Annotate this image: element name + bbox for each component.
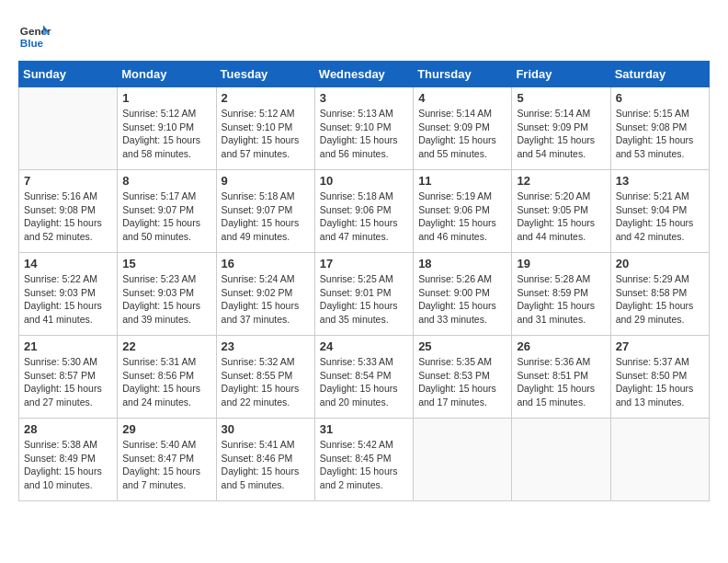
day-info: Sunrise: 5:25 AM Sunset: 9:01 PM Dayligh… — [320, 272, 408, 327]
day-info: Sunrise: 5:21 AM Sunset: 9:04 PM Dayligh… — [616, 190, 704, 244]
day-number: 14 — [24, 257, 112, 270]
calendar-cell: 10Sunrise: 5:18 AM Sunset: 9:06 PM Dayli… — [314, 170, 413, 253]
day-info: Sunrise: 5:18 AM Sunset: 9:07 PM Dayligh… — [222, 190, 310, 244]
day-info: Sunrise: 5:12 AM Sunset: 9:10 PM Dayligh… — [122, 107, 210, 161]
day-number: 23 — [222, 339, 310, 353]
calendar-cell: 6Sunrise: 5:15 AM Sunset: 9:08 PM Daylig… — [610, 87, 709, 170]
day-number: 8 — [122, 174, 210, 188]
day-number: 26 — [517, 339, 605, 353]
calendar-header-row: SundayMondayTuesdayWednesdayThursdayFrid… — [19, 62, 710, 87]
day-info: Sunrise: 5:29 AM Sunset: 8:58 PM Dayligh… — [616, 272, 704, 327]
day-info: Sunrise: 5:40 AM Sunset: 8:47 PM Dayligh… — [122, 438, 210, 492]
calendar-cell: 9Sunrise: 5:18 AM Sunset: 9:07 PM Daylig… — [216, 170, 314, 253]
calendar-cell: 30Sunrise: 5:41 AM Sunset: 8:46 PM Dayli… — [216, 419, 314, 501]
day-info: Sunrise: 5:42 AM Sunset: 8:45 PM Dayligh… — [320, 438, 408, 492]
calendar-cell: 14Sunrise: 5:22 AM Sunset: 9:03 PM Dayli… — [19, 253, 118, 336]
calendar-cell: 29Sunrise: 5:40 AM Sunset: 8:47 PM Dayli… — [118, 419, 216, 501]
day-info: Sunrise: 5:32 AM Sunset: 8:55 PM Dayligh… — [222, 355, 310, 409]
day-info: Sunrise: 5:13 AM Sunset: 9:10 PM Dayligh… — [320, 107, 408, 161]
day-number: 1 — [122, 91, 210, 105]
day-number: 7 — [24, 174, 112, 188]
day-number: 4 — [418, 91, 506, 105]
header-saturday: Saturday — [610, 62, 709, 87]
day-number: 12 — [517, 174, 605, 188]
calendar-cell: 12Sunrise: 5:20 AM Sunset: 9:05 PM Dayli… — [512, 170, 610, 253]
calendar-cell: 8Sunrise: 5:17 AM Sunset: 9:07 PM Daylig… — [118, 170, 216, 253]
calendar-cell: 21Sunrise: 5:30 AM Sunset: 8:57 PM Dayli… — [19, 336, 118, 419]
day-info: Sunrise: 5:20 AM Sunset: 9:05 PM Dayligh… — [517, 190, 605, 244]
day-info: Sunrise: 5:33 AM Sunset: 8:54 PM Dayligh… — [320, 355, 408, 409]
calendar-cell: 18Sunrise: 5:26 AM Sunset: 9:00 PM Dayli… — [414, 253, 512, 336]
day-number: 10 — [320, 174, 408, 188]
calendar-cell: 11Sunrise: 5:19 AM Sunset: 9:06 PM Dayli… — [414, 170, 512, 253]
day-info: Sunrise: 5:38 AM Sunset: 8:49 PM Dayligh… — [24, 438, 112, 492]
calendar-cell: 15Sunrise: 5:23 AM Sunset: 9:03 PM Dayli… — [118, 253, 216, 336]
day-number: 5 — [517, 91, 605, 105]
header-monday: Monday — [118, 62, 216, 87]
calendar-cell: 1Sunrise: 5:12 AM Sunset: 9:10 PM Daylig… — [118, 87, 216, 170]
day-info: Sunrise: 5:16 AM Sunset: 9:08 PM Dayligh… — [24, 190, 112, 244]
week-row-3: 14Sunrise: 5:22 AM Sunset: 9:03 PM Dayli… — [19, 253, 710, 336]
day-number: 16 — [222, 257, 310, 270]
calendar-cell: 31Sunrise: 5:42 AM Sunset: 8:45 PM Dayli… — [314, 419, 413, 501]
page-header: General Blue — [18, 18, 710, 52]
day-number: 24 — [320, 339, 408, 353]
day-number: 21 — [24, 339, 112, 353]
calendar-cell: 3Sunrise: 5:13 AM Sunset: 9:10 PM Daylig… — [314, 87, 413, 170]
header-friday: Friday — [512, 62, 610, 87]
calendar-cell: 19Sunrise: 5:28 AM Sunset: 8:59 PM Dayli… — [512, 253, 610, 336]
header-sunday: Sunday — [19, 62, 118, 87]
day-number: 18 — [418, 257, 506, 270]
day-info: Sunrise: 5:14 AM Sunset: 9:09 PM Dayligh… — [517, 107, 605, 161]
header-thursday: Thursday — [414, 62, 512, 87]
day-info: Sunrise: 5:35 AM Sunset: 8:53 PM Dayligh… — [418, 355, 506, 409]
calendar-cell: 2Sunrise: 5:12 AM Sunset: 9:10 PM Daylig… — [216, 87, 314, 170]
svg-text:Blue: Blue — [20, 37, 44, 49]
header-tuesday: Tuesday — [216, 62, 314, 87]
day-number: 3 — [320, 91, 408, 105]
day-number: 25 — [418, 339, 506, 353]
calendar-cell: 5Sunrise: 5:14 AM Sunset: 9:09 PM Daylig… — [512, 87, 610, 170]
day-info: Sunrise: 5:17 AM Sunset: 9:07 PM Dayligh… — [122, 190, 210, 244]
day-number: 19 — [517, 257, 605, 270]
calendar-cell: 13Sunrise: 5:21 AM Sunset: 9:04 PM Dayli… — [610, 170, 709, 253]
logo: General Blue — [18, 18, 57, 52]
day-number: 17 — [320, 257, 408, 270]
calendar-cell: 26Sunrise: 5:36 AM Sunset: 8:51 PM Dayli… — [512, 336, 610, 419]
calendar-cell: 17Sunrise: 5:25 AM Sunset: 9:01 PM Dayli… — [314, 253, 413, 336]
week-row-1: 1Sunrise: 5:12 AM Sunset: 9:10 PM Daylig… — [19, 87, 710, 170]
calendar-table: SundayMondayTuesdayWednesdayThursdayFrid… — [18, 61, 710, 501]
day-info: Sunrise: 5:37 AM Sunset: 8:50 PM Dayligh… — [616, 355, 704, 409]
day-number: 6 — [616, 91, 704, 105]
day-info: Sunrise: 5:28 AM Sunset: 8:59 PM Dayligh… — [517, 272, 605, 327]
week-row-4: 21Sunrise: 5:30 AM Sunset: 8:57 PM Dayli… — [19, 336, 710, 419]
calendar-cell: 4Sunrise: 5:14 AM Sunset: 9:09 PM Daylig… — [414, 87, 512, 170]
calendar-cell: 28Sunrise: 5:38 AM Sunset: 8:49 PM Dayli… — [19, 419, 118, 501]
calendar-cell — [414, 419, 512, 501]
day-info: Sunrise: 5:26 AM Sunset: 9:00 PM Dayligh… — [418, 272, 506, 327]
day-number: 28 — [24, 422, 112, 436]
day-info: Sunrise: 5:14 AM Sunset: 9:09 PM Dayligh… — [418, 107, 506, 161]
calendar-cell: 27Sunrise: 5:37 AM Sunset: 8:50 PM Dayli… — [610, 336, 709, 419]
day-info: Sunrise: 5:15 AM Sunset: 9:08 PM Dayligh… — [616, 107, 704, 161]
day-info: Sunrise: 5:36 AM Sunset: 8:51 PM Dayligh… — [517, 355, 605, 409]
day-info: Sunrise: 5:31 AM Sunset: 8:56 PM Dayligh… — [122, 355, 210, 409]
calendar-cell — [610, 419, 709, 501]
day-number: 29 — [122, 422, 210, 436]
day-info: Sunrise: 5:24 AM Sunset: 9:02 PM Dayligh… — [222, 272, 310, 327]
calendar-cell: 24Sunrise: 5:33 AM Sunset: 8:54 PM Dayli… — [314, 336, 413, 419]
day-info: Sunrise: 5:30 AM Sunset: 8:57 PM Dayligh… — [24, 355, 112, 409]
calendar-cell — [19, 87, 118, 170]
header-wednesday: Wednesday — [314, 62, 413, 87]
day-number: 11 — [418, 174, 506, 188]
logo-icon: General Blue — [18, 18, 51, 52]
day-number: 22 — [122, 339, 210, 353]
day-number: 20 — [616, 257, 704, 270]
day-number: 2 — [222, 91, 310, 105]
calendar-cell: 23Sunrise: 5:32 AM Sunset: 8:55 PM Dayli… — [216, 336, 314, 419]
day-number: 13 — [616, 174, 704, 188]
calendar-cell: 25Sunrise: 5:35 AM Sunset: 8:53 PM Dayli… — [414, 336, 512, 419]
week-row-5: 28Sunrise: 5:38 AM Sunset: 8:49 PM Dayli… — [19, 419, 710, 501]
day-number: 15 — [122, 257, 210, 270]
day-info: Sunrise: 5:12 AM Sunset: 9:10 PM Dayligh… — [222, 107, 310, 161]
